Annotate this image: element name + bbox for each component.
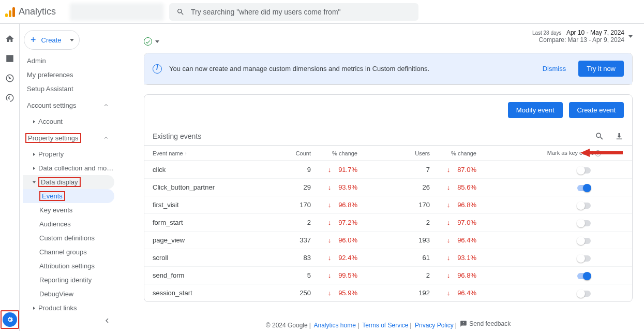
nav-rail [0,24,20,331]
key-event-toggle[interactable] [577,238,591,244]
link-analytics-home[interactable]: Analytics home [314,322,356,329]
create-event-button[interactable]: Create event [569,102,624,118]
table-row[interactable]: scroll83↓92.4%61↓93.1% [144,249,632,267]
nav-debugview[interactable]: DebugView [23,287,114,301]
table-row[interactable]: session_start250↓95.9%192↓96.4% [144,284,632,302]
footer: © 2024 Google| Analytics home| Terms of … [144,320,633,329]
cell-pct2: ↓85.6% [434,179,481,196]
admin-gear-button[interactable] [3,312,17,327]
nav-property[interactable]: Property [23,147,114,161]
cell-pct1: ↓93.9% [315,179,362,196]
cell-pct2: ↓93.1% [434,249,481,267]
nav-property-settings[interactable]: Property settings [23,128,114,147]
modify-event-button[interactable]: Modify event [508,102,563,118]
cell-pct1: ↓91.7% [315,161,362,179]
link-privacy[interactable]: Privacy Policy [415,322,454,329]
key-event-toggle[interactable] [577,255,591,262]
cell-pct1: ↓95.9% [315,284,362,302]
nav-setup-assistant[interactable]: Setup Assistant [23,82,114,96]
cell-pct2: ↓87.0% [434,161,481,179]
cell-pct1: ↓96.8% [315,196,362,214]
table-title: Existing events [153,132,201,140]
key-event-toggle[interactable] [577,273,591,279]
sidebar: + Create Admin My preferences Setup Assi… [20,24,118,331]
nav-audiences[interactable]: Audiences [23,217,114,231]
table-row[interactable]: click9↓91.7%7↓87.0% [144,161,632,179]
dismiss-button[interactable]: Dismiss [543,65,566,73]
key-event-toggle[interactable] [577,185,591,191]
cell-count: 29 [274,179,315,196]
nav-attribution-settings[interactable]: Attribution settings [23,259,114,273]
help-icon[interactable]: ? [595,150,601,156]
nav-key-events[interactable]: Key events [23,203,114,217]
app-header: Analytics Try searching "where did my us… [0,0,644,24]
cell-pct1: ↓99.5% [315,267,362,284]
key-event-toggle[interactable] [577,167,591,174]
cell-event-name: form_start [144,214,274,232]
cell-pct2: ↓97.0% [434,214,481,232]
send-feedback-button[interactable]: Send feedback [460,320,511,327]
chevron-up-icon [103,135,109,141]
cell-users: 2 [362,267,434,284]
create-label: Create [41,36,62,44]
table-row[interactable]: Click_button_partner29↓93.9%26↓85.6% [144,179,632,196]
status-chip[interactable] [144,37,159,46]
nav-my-preferences[interactable]: My preferences [23,68,114,82]
cell-users: 7 [362,161,434,179]
nav-reporting-identity[interactable]: Reporting identity [23,273,114,287]
logo-wrap: Analytics [5,6,65,17]
nav-account-settings[interactable]: Account settings [23,96,114,114]
date-range-picker[interactable]: Last 28 days Apr 10 - May 7, 2024 Compar… [532,29,633,44]
key-event-toggle[interactable] [577,291,591,297]
nav-events[interactable]: Events [23,189,114,203]
chevron-up-icon [103,102,109,108]
search-input[interactable]: Try searching "where did my users come f… [169,3,418,21]
table-row[interactable]: page_view337↓96.0%193↓96.4% [144,232,632,249]
nav-channel-groups[interactable]: Channel groups [23,245,114,259]
events-card: Modify event Create event Existing event… [144,94,633,302]
nav-custom-definitions[interactable]: Custom definitions [23,231,114,245]
cell-pct2: ↓96.4% [434,232,481,249]
search-icon[interactable] [595,132,604,141]
search-placeholder: Try searching "where did my users come f… [191,8,341,16]
col-count[interactable]: Count [274,146,315,161]
nav-account[interactable]: Account [23,114,114,128]
cell-event-name: click [144,161,274,179]
cell-users: 192 [362,284,434,302]
cell-pct1: ↓92.4% [315,249,362,267]
cell-count: 9 [274,161,315,179]
nav-data-collection[interactable]: Data collection and modifica... [23,161,114,175]
download-icon[interactable] [615,132,624,141]
cell-count: 2 [274,214,315,232]
banner-text: You can now create and manage custom dim… [169,65,429,73]
home-icon[interactable] [5,34,14,44]
cell-users: 170 [362,196,434,214]
col-pct-change-2[interactable]: % change [434,146,481,161]
nav-product-links[interactable]: Product links [23,301,114,315]
gear-icon [6,315,14,324]
col-pct-change-1[interactable]: % change [315,146,362,161]
table-row[interactable]: form_start2↓97.2%2↓97.0% [144,214,632,232]
cell-count: 5 [274,267,315,284]
nav-admin[interactable]: Admin [23,54,114,68]
table-row[interactable]: send_form5↓99.5%2↓96.8% [144,267,632,284]
reports-icon[interactable] [5,54,14,63]
link-terms[interactable]: Terms of Service [362,322,408,329]
collapse-sidebar-button[interactable] [103,316,111,327]
col-users[interactable]: Users [362,146,434,161]
cell-users: 26 [362,179,434,196]
col-event-name[interactable]: Event name ↑ [144,146,274,161]
cell-event-name: send_form [144,267,274,284]
try-it-now-button[interactable]: Try it now [578,61,624,77]
nav-data-display[interactable]: Data display [23,175,114,189]
key-event-toggle[interactable] [577,203,591,209]
cell-users: 193 [362,232,434,249]
explore-icon[interactable] [5,74,14,83]
col-key-event: Mark as key event? [481,146,632,161]
key-event-toggle[interactable] [577,220,591,226]
property-selector[interactable] [70,3,164,21]
table-row[interactable]: first_visit170↓96.8%170↓96.8% [144,196,632,214]
advertising-icon[interactable] [5,93,14,103]
checkmark-icon [144,37,152,46]
create-button[interactable]: + Create [24,30,80,50]
